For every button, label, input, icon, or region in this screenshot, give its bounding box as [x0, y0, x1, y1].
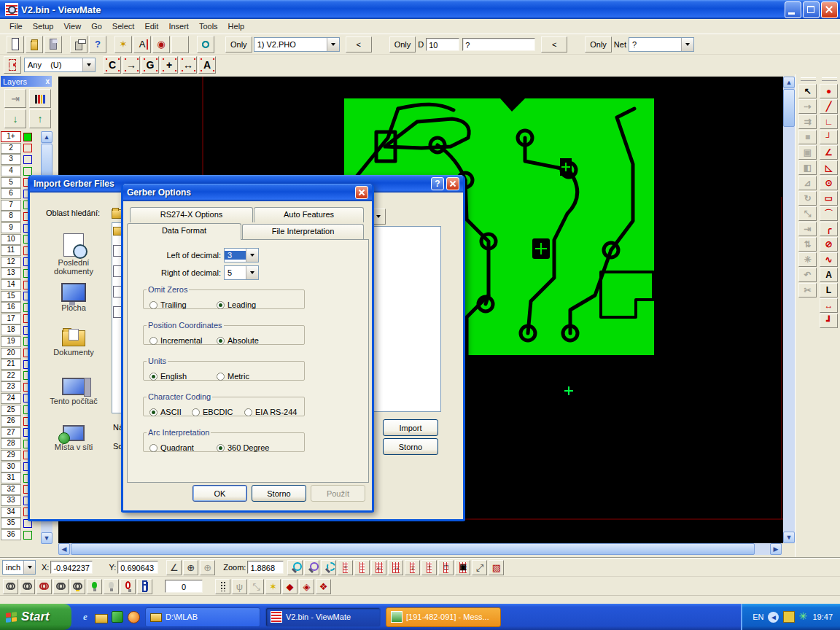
draw-arc-icon[interactable]: ⌒ [820, 206, 838, 221]
radio-ascii[interactable]: ASCII [149, 408, 182, 416]
pan-left-icon[interactable]: ← [371, 560, 386, 575]
scroll-right-icon[interactable]: ▶ [770, 543, 782, 555]
tab-file-interpretation[interactable]: File Interpretation [242, 224, 364, 239]
scrollbar-thumb[interactable] [783, 89, 795, 127]
select-components-icon[interactable]: C [104, 56, 121, 74]
tab-data-format[interactable]: Data Format [127, 223, 241, 240]
quicklaunch-firefox-icon[interactable] [127, 610, 140, 623]
y-coordinate-field[interactable]: 0.690643 [117, 561, 158, 574]
copy-selection-icon[interactable]: ⇉ [798, 114, 817, 129]
net-probe-icon[interactable]: ◉ [152, 36, 170, 53]
place-my-computer[interactable]: Tento počítač [39, 378, 109, 405]
dcode-filter-input[interactable]: ? [462, 38, 535, 51]
chevron-down-icon[interactable] [82, 58, 95, 71]
layer-row[interactable]: 36 [1, 529, 40, 541]
chevron-down-icon[interactable] [23, 561, 35, 574]
menu-view[interactable]: View [58, 20, 86, 32]
bend-icon[interactable]: ┛ [820, 314, 838, 328]
layer-color-swatch[interactable] [23, 144, 32, 152]
snap-grid-icon[interactable] [215, 579, 230, 594]
draw-triangle-icon[interactable]: ◺ [820, 160, 838, 175]
view-polygons-icon[interactable] [36, 579, 52, 594]
chevron-down-icon[interactable] [681, 38, 693, 51]
zoom-field[interactable]: 1.8868 [247, 561, 284, 574]
new-file-icon[interactable] [7, 36, 24, 53]
scroll-down-icon[interactable]: ▼ [783, 532, 795, 543]
save-icon[interactable] [44, 36, 62, 53]
toolbar-grip[interactable] [801, 77, 816, 81]
prev-dcode-button[interactable]: < [541, 36, 567, 52]
film-box-icon[interactable]: ▫ [338, 560, 353, 575]
only-layer-button[interactable]: Only [225, 36, 252, 52]
step-repeat-icon[interactable]: ⇅ [798, 237, 817, 252]
scroll-left-icon[interactable]: ◀ [58, 543, 70, 555]
draw-text-icon[interactable]: A [820, 268, 838, 282]
select-traces-icon[interactable]: ↔ [179, 56, 197, 74]
task-messenger[interactable]: [191-482-091] - Mess... [386, 607, 501, 627]
view-selected-icon[interactable] [53, 579, 69, 594]
pad-flash-icon[interactable]: ● [820, 84, 838, 98]
radio-incremental[interactable]: Incremental [149, 336, 202, 345]
quicklaunch-folder-icon[interactable] [95, 610, 108, 623]
pad-small-icon[interactable]: ❖ [316, 579, 331, 594]
draw-spline-icon[interactable]: ∿ [820, 252, 838, 267]
draw-corner-icon[interactable]: ┘ [820, 130, 838, 144]
select-gerber-icon[interactable]: G [141, 56, 159, 74]
draw-rectangle-icon[interactable]: ▭ [820, 191, 838, 206]
tab-auto-features[interactable]: Auto Features [254, 207, 364, 222]
prev-layer-button[interactable]: < [346, 36, 372, 52]
draw-polyline-icon[interactable]: ∟ [820, 114, 838, 129]
select-move-icon[interactable]: → [122, 56, 140, 74]
minimize-button[interactable] [785, 1, 801, 18]
menu-select[interactable]: Select [107, 20, 140, 32]
layer-up-icon[interactable]: ↑ [29, 109, 51, 128]
scroll-up-icon[interactable]: ▲ [783, 77, 795, 88]
select-text-icon[interactable]: A [198, 56, 216, 74]
highlight-on-icon[interactable] [87, 579, 102, 594]
context-help-icon[interactable]: ? [89, 36, 106, 53]
highlight-off-icon[interactable] [104, 579, 119, 594]
place-documents[interactable]: Dokumenty [39, 330, 109, 357]
chevron-down-icon[interactable] [327, 38, 339, 51]
cancel-button[interactable]: Storno [252, 485, 306, 502]
layer-color-swatch[interactable] [23, 167, 32, 176]
measure-angle-icon[interactable]: ∠ [166, 560, 182, 575]
stretch-icon[interactable]: ↔ [820, 298, 838, 313]
rotate-icon[interactable]: ↻ [798, 191, 817, 206]
origin-crosshair-icon[interactable]: ⊕ [183, 560, 198, 575]
place-network[interactable]: Místa v síti [39, 425, 109, 451]
select-region-icon[interactable]: ▧ [489, 560, 504, 575]
layer-row[interactable]: 3 [1, 154, 40, 166]
scroll-down-icon[interactable]: ▼ [41, 532, 52, 544]
pan-down-icon[interactable]: ↓ [405, 560, 420, 575]
stretch-diagonal-icon[interactable]: ⤢ [472, 560, 487, 575]
radio-eia-rs244[interactable]: EIA RS-244 [244, 408, 297, 416]
chevron-down-icon[interactable] [246, 266, 258, 279]
place-desktop[interactable]: Plocha [39, 283, 109, 312]
radio-leading[interactable]: Leading [217, 300, 256, 309]
close-icon[interactable]: x [45, 77, 50, 85]
flash-mode-icon[interactable]: ✶ [265, 579, 281, 594]
menu-file[interactable]: File [4, 20, 28, 32]
place-recent-documents[interactable]: Poslední dokumenty [39, 233, 109, 276]
zoom-selection-icon[interactable] [304, 560, 319, 575]
layer-row[interactable]: 1+ [1, 131, 40, 143]
radio-ebcdic[interactable]: EBCDIC [192, 408, 233, 416]
left-of-decimal-combo[interactable]: 3 [224, 248, 259, 262]
layer-row[interactable]: 2 [1, 143, 40, 155]
open-file-icon[interactable] [26, 36, 43, 53]
select-pads-icon[interactable]: + [160, 56, 178, 74]
tray-collapse-icon[interactable]: ◄ [768, 612, 779, 623]
folder-icon[interactable] [113, 225, 121, 236]
view-pads-icon[interactable] [3, 579, 18, 594]
restore-button[interactable] [803, 1, 820, 18]
task-viewmate[interactable]: V2.bin - ViewMate [265, 607, 381, 627]
language-indicator[interactable]: EN [752, 612, 763, 621]
only-net-button[interactable]: Only [585, 36, 612, 52]
apply-button[interactable]: Použít [311, 485, 365, 502]
only-dcode-button[interactable]: Only [389, 36, 416, 52]
selection-filter-combo[interactable]: Any (U) [24, 58, 96, 72]
tab-rs274x-options[interactable]: RS274-X Options [130, 207, 253, 222]
toolbar-grip[interactable] [822, 77, 837, 81]
unit-combo[interactable]: inch [2, 560, 36, 575]
